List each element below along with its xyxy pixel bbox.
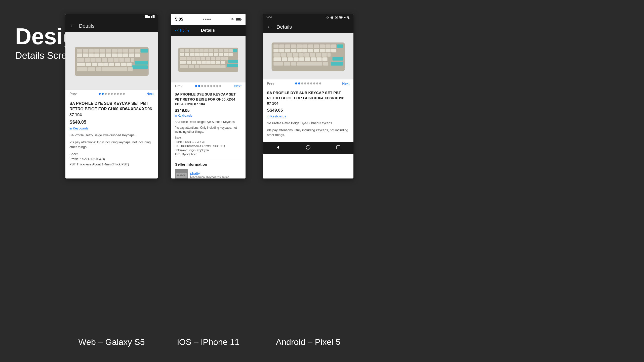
svg-rect-82 xyxy=(219,53,223,56)
galaxy-next-btn[interactable]: Next xyxy=(146,92,154,96)
svg-rect-65 xyxy=(204,49,209,52)
android-next-btn[interactable]: Next xyxy=(342,81,349,85)
svg-rect-172 xyxy=(322,53,327,57)
galaxy-product-image xyxy=(65,32,158,90)
svg-rect-154 xyxy=(279,49,284,52)
svg-rect-105 xyxy=(189,65,194,68)
svg-rect-99 xyxy=(202,61,206,64)
galaxy-desc1: SA Profile Retro Beige Dye-Subbed Keycap… xyxy=(69,133,154,138)
galaxy-product-content: SA PROFILE DYE SUB KEYCAP SET PBT RETRO … xyxy=(65,98,158,170)
svg-rect-23 xyxy=(94,54,99,57)
svg-rect-85 xyxy=(180,57,186,60)
svg-rect-74 xyxy=(180,53,184,56)
svg-rect-44 xyxy=(98,63,103,66)
iphone-desc2: Pls pay attentions: Only including keyca… xyxy=(175,126,242,134)
svg-rect-86 xyxy=(187,57,191,60)
svg-rect-136 xyxy=(349,18,349,19)
android-wifi-icon xyxy=(347,16,350,19)
svg-rect-64 xyxy=(199,49,204,52)
svg-rect-75 xyxy=(185,53,189,56)
android-nav-title: Details xyxy=(276,24,292,30)
iphone-mockup: 5:05 ‹ < Home xyxy=(171,14,246,178)
iphone-seller-info: Seller Information xyxy=(171,159,246,178)
iphone-specs: Spce: Profile：SA(1-1-2-3-4-3) PBT Thickn… xyxy=(175,135,242,156)
svg-rect-7 xyxy=(83,49,88,53)
svg-point-126 xyxy=(329,17,329,18)
svg-rect-2 xyxy=(151,16,152,18)
iphone-keyboard-svg xyxy=(177,41,240,78)
android-prev-btn[interactable]: Prev xyxy=(267,81,274,85)
galaxy-in-keyboards[interactable]: in Keyboards xyxy=(69,126,154,130)
svg-rect-165 xyxy=(281,53,286,57)
svg-rect-24 xyxy=(100,54,105,57)
svg-rect-183 xyxy=(273,62,283,65)
svg-rect-54 xyxy=(128,67,133,71)
svg-rect-43 xyxy=(92,63,97,66)
iphone-next-btn[interactable]: Next xyxy=(234,84,242,88)
svg-rect-73 xyxy=(227,64,238,67)
svg-rect-108 xyxy=(221,65,226,68)
svg-rect-53 xyxy=(101,67,127,71)
svg-rect-79 xyxy=(204,53,209,56)
svg-rect-57 xyxy=(236,18,240,20)
iphone-in-keyboards[interactable]: in Keyboards xyxy=(175,114,242,117)
iphone-prev-btn[interactable]: Prev xyxy=(175,84,182,88)
iphone-product-image xyxy=(171,36,246,82)
svg-rect-50 xyxy=(77,67,87,71)
android-nav-home[interactable] xyxy=(306,145,311,151)
android-nav-back[interactable] xyxy=(275,145,280,151)
svg-rect-0 xyxy=(145,15,148,18)
svg-rect-171 xyxy=(316,53,321,57)
svg-rect-51 xyxy=(88,67,95,71)
android-back-button[interactable]: ← xyxy=(267,24,272,30)
iphone-seller-name[interactable]: phattv xyxy=(190,171,229,175)
svg-rect-13 xyxy=(117,49,122,53)
svg-rect-149 xyxy=(331,44,336,48)
galaxy-back-button[interactable]: ← xyxy=(69,23,75,29)
svg-rect-71 xyxy=(233,49,237,52)
svg-point-122 xyxy=(327,17,328,18)
svg-rect-141 xyxy=(285,44,290,48)
svg-rect-84 xyxy=(229,53,233,56)
svg-rect-83 xyxy=(224,53,228,56)
svg-rect-143 xyxy=(297,44,302,48)
svg-point-134 xyxy=(344,17,346,18)
svg-rect-185 xyxy=(291,62,296,65)
galaxy-prev-btn[interactable]: Prev xyxy=(69,92,77,96)
svg-rect-94 xyxy=(225,57,228,60)
iphone-home-btn[interactable]: ‹ < Home xyxy=(175,28,189,33)
svg-rect-181 xyxy=(316,57,321,61)
svg-rect-9 xyxy=(94,49,99,53)
svg-rect-116 xyxy=(184,174,185,174)
android-in-keyboards[interactable]: in Keyboards xyxy=(267,114,349,118)
svg-rect-38 xyxy=(119,58,124,62)
svg-rect-12 xyxy=(112,49,117,53)
svg-rect-101 xyxy=(211,61,216,64)
svg-rect-97 xyxy=(192,61,196,64)
svg-rect-90 xyxy=(206,57,210,60)
svg-rect-89 xyxy=(201,57,205,60)
svg-rect-81 xyxy=(214,53,218,56)
svg-rect-162 xyxy=(326,49,331,52)
svg-rect-17 xyxy=(140,49,148,53)
svg-rect-62 xyxy=(190,49,194,52)
android-bottom-nav xyxy=(263,142,353,154)
android-nav-recents[interactable] xyxy=(336,145,341,151)
svg-rect-115 xyxy=(183,174,184,174)
svg-point-123 xyxy=(327,16,328,16)
svg-rect-119 xyxy=(180,175,181,176)
svg-rect-21 xyxy=(83,54,88,57)
settings-icon xyxy=(326,16,329,19)
svg-rect-158 xyxy=(302,49,307,52)
svg-rect-14 xyxy=(123,49,128,53)
dot-1 xyxy=(99,93,101,95)
svg-rect-61 xyxy=(185,49,189,52)
wifi-icon xyxy=(231,18,235,21)
iphone-nav-bar: ‹ < Home Details xyxy=(171,25,246,36)
svg-rect-117 xyxy=(177,175,178,176)
svg-rect-67 xyxy=(214,49,218,52)
svg-rect-156 xyxy=(291,49,296,52)
svg-rect-175 xyxy=(282,57,287,61)
galaxy-nav-bar: ← Details xyxy=(65,20,158,32)
iphone-status-bar: 5:05 xyxy=(171,14,246,25)
